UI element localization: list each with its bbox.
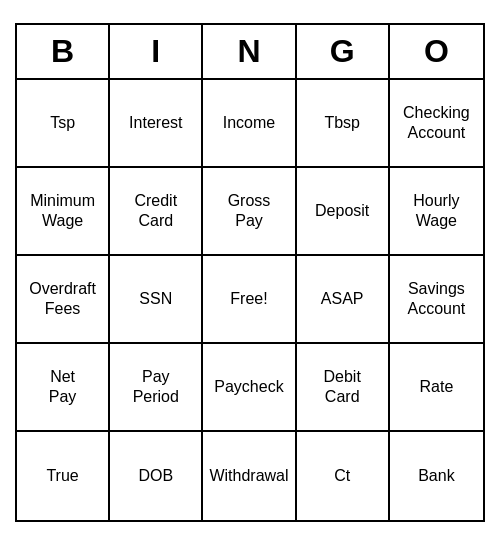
cell-text: Bank xyxy=(418,466,454,485)
header-letter: B xyxy=(17,25,110,78)
bingo-cell[interactable]: Withdrawal xyxy=(203,432,296,520)
bingo-card: BINGO TspInterestIncomeTbspCheckingAccou… xyxy=(15,23,485,522)
cell-text: True xyxy=(46,466,78,485)
bingo-cell[interactable]: OverdraftFees xyxy=(17,256,110,344)
bingo-cell[interactable]: ASAP xyxy=(297,256,390,344)
cell-text: Withdrawal xyxy=(209,466,288,485)
cell-text: CheckingAccount xyxy=(403,103,470,141)
bingo-cell[interactable]: CheckingAccount xyxy=(390,80,483,168)
bingo-cell[interactable]: SavingsAccount xyxy=(390,256,483,344)
bingo-header: BINGO xyxy=(17,25,483,80)
cell-text: ASAP xyxy=(321,289,364,308)
cell-text: OverdraftFees xyxy=(29,279,96,317)
bingo-cell[interactable]: NetPay xyxy=(17,344,110,432)
bingo-cell[interactable]: Interest xyxy=(110,80,203,168)
cell-text: GrossPay xyxy=(228,191,271,229)
bingo-cell[interactable]: Ct xyxy=(297,432,390,520)
cell-text: SSN xyxy=(139,289,172,308)
cell-text: CreditCard xyxy=(134,191,177,229)
bingo-cell[interactable]: HourlyWage xyxy=(390,168,483,256)
bingo-cell[interactable]: SSN xyxy=(110,256,203,344)
header-letter: I xyxy=(110,25,203,78)
cell-text: Income xyxy=(223,113,275,132)
header-letter: N xyxy=(203,25,296,78)
bingo-cell[interactable]: PayPeriod xyxy=(110,344,203,432)
bingo-cell[interactable]: Paycheck xyxy=(203,344,296,432)
cell-text: Deposit xyxy=(315,201,369,220)
bingo-grid: TspInterestIncomeTbspCheckingAccountMini… xyxy=(17,80,483,520)
bingo-cell[interactable]: Income xyxy=(203,80,296,168)
cell-text: Paycheck xyxy=(214,377,283,396)
cell-text: DebitCard xyxy=(324,367,361,405)
bingo-cell[interactable]: GrossPay xyxy=(203,168,296,256)
bingo-cell[interactable]: Free! xyxy=(203,256,296,344)
cell-text: NetPay xyxy=(49,367,77,405)
bingo-cell[interactable]: Tbsp xyxy=(297,80,390,168)
bingo-cell[interactable]: Deposit xyxy=(297,168,390,256)
cell-text: HourlyWage xyxy=(413,191,459,229)
cell-text: DOB xyxy=(138,466,173,485)
bingo-cell[interactable]: DOB xyxy=(110,432,203,520)
header-letter: G xyxy=(297,25,390,78)
cell-text: Ct xyxy=(334,466,350,485)
cell-text: Tsp xyxy=(50,113,75,132)
cell-text: SavingsAccount xyxy=(407,279,465,317)
bingo-cell[interactable]: Tsp xyxy=(17,80,110,168)
bingo-cell[interactable]: Rate xyxy=(390,344,483,432)
bingo-cell[interactable]: MinimumWage xyxy=(17,168,110,256)
cell-text: Interest xyxy=(129,113,182,132)
bingo-cell[interactable]: True xyxy=(17,432,110,520)
cell-text: Tbsp xyxy=(324,113,360,132)
cell-text: PayPeriod xyxy=(133,367,179,405)
header-letter: O xyxy=(390,25,483,78)
cell-text: MinimumWage xyxy=(30,191,95,229)
cell-text: Free! xyxy=(230,289,267,308)
cell-text: Rate xyxy=(419,377,453,396)
bingo-cell[interactable]: DebitCard xyxy=(297,344,390,432)
bingo-cell[interactable]: Bank xyxy=(390,432,483,520)
bingo-cell[interactable]: CreditCard xyxy=(110,168,203,256)
